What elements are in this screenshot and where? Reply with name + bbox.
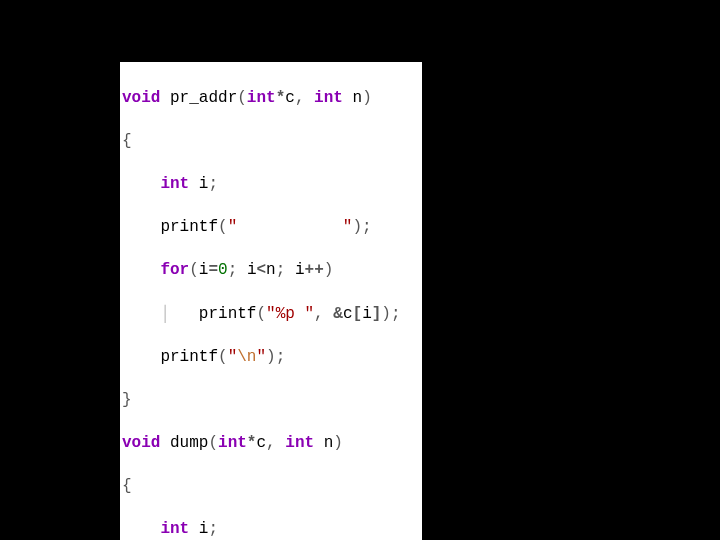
code-line: printf("\n"); (122, 347, 420, 369)
keyword-void: void (122, 434, 160, 452)
keyword-int: int (285, 434, 314, 452)
keyword-int: int (160, 520, 189, 538)
code-line: printf(" "); (122, 217, 420, 239)
keyword-int: int (160, 175, 189, 193)
keyword-int: int (314, 89, 343, 107)
code-line: for(i=0; i<n; i++) (122, 260, 420, 282)
code-block: void pr_addr(int*c, int n) { int i; prin… (120, 62, 422, 540)
code-line: int i; (122, 519, 420, 540)
code-line: { (122, 476, 420, 498)
keyword-int: int (247, 89, 276, 107)
code-line: { (122, 131, 420, 153)
code-line: int i; (122, 174, 420, 196)
code-line: void dump(int*c, int n) (122, 433, 420, 455)
identifier-fn: dump (170, 434, 208, 452)
indent-guide-icon: │ (160, 305, 170, 323)
code-line: │ printf("%p ", &c[i]); (122, 304, 420, 326)
code-line: } (122, 390, 420, 412)
keyword-int: int (218, 434, 247, 452)
keyword-void: void (122, 89, 160, 107)
identifier-fn: pr_addr (170, 89, 237, 107)
keyword-for: for (160, 261, 189, 279)
code-line: void pr_addr(int*c, int n) (122, 88, 420, 110)
